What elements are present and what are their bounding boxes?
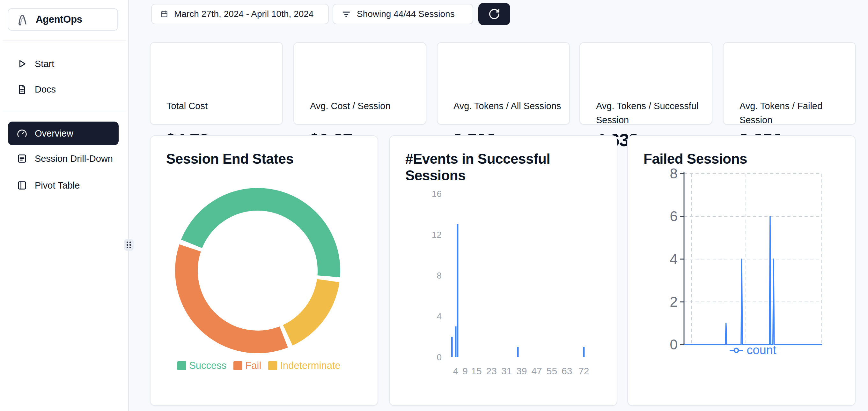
svg-text:6: 6 bbox=[670, 208, 678, 224]
stat-label: Total Cost bbox=[166, 99, 208, 113]
legend-label: Fail bbox=[245, 360, 261, 372]
gauge-icon bbox=[17, 128, 28, 139]
stat-card-total-cost: Total Cost $4.79 bbox=[150, 42, 283, 125]
sidebar-divider bbox=[3, 40, 126, 41]
date-range-label: March 27th, 2024 - April 10th, 2024 bbox=[174, 9, 313, 19]
svg-text:55: 55 bbox=[547, 366, 557, 376]
svg-text:0: 0 bbox=[437, 352, 442, 362]
svg-text:8: 8 bbox=[670, 166, 678, 181]
sidebar-item-label: Pivot Table bbox=[35, 180, 80, 191]
svg-text:15: 15 bbox=[471, 366, 482, 376]
sidebar-resize-handle[interactable] bbox=[124, 239, 134, 251]
stat-label: Avg. Tokens / Failed Session bbox=[740, 99, 851, 127]
refresh-button[interactable] bbox=[478, 3, 510, 25]
sidebar-item-label: Overview bbox=[35, 128, 73, 139]
svg-text:2: 2 bbox=[670, 294, 678, 310]
svg-text:4: 4 bbox=[453, 366, 459, 376]
play-icon bbox=[17, 58, 28, 69]
sidebar-item-session-drill-down[interactable]: Session Drill-Down bbox=[8, 148, 119, 169]
paperclip-logo-icon bbox=[16, 14, 31, 25]
svg-text:63: 63 bbox=[562, 366, 572, 376]
svg-text:31: 31 bbox=[501, 366, 512, 376]
svg-text:72: 72 bbox=[579, 366, 589, 376]
legend-item-indeterminate[interactable]: Indeterminate bbox=[268, 360, 341, 372]
calendar-icon bbox=[160, 9, 168, 20]
failed-sessions-card: Failed Sessions 02468 count bbox=[627, 135, 856, 406]
sessions-filter-label: Showing 44/44 Sessions bbox=[357, 9, 455, 19]
line-chart[interactable]: 02468 bbox=[628, 136, 856, 407]
legend-label: Indeterminate bbox=[280, 360, 341, 372]
refresh-icon bbox=[488, 9, 500, 20]
legend-line-marker-icon bbox=[730, 347, 743, 354]
stat-card-avg-tokens-all: Avg. Tokens / All Sessions 3,598 bbox=[437, 42, 570, 125]
svg-text:47: 47 bbox=[531, 366, 542, 376]
sessions-filter-button[interactable]: Showing 44/44 Sessions bbox=[333, 4, 473, 24]
stat-label: Avg. Tokens / Successful Session bbox=[596, 99, 708, 127]
stat-card-avg-tokens-successful: Avg. Tokens / Successful Session 4,638 bbox=[580, 42, 712, 125]
brand-name: AgentOps bbox=[36, 14, 82, 25]
sidebar-item-label: Start bbox=[35, 59, 54, 69]
sidebar-item-overview[interactable]: Overview bbox=[8, 122, 119, 145]
sidebar: AgentOps Start Docs Overview bbox=[0, 0, 129, 411]
legend-swatch bbox=[268, 361, 277, 370]
sidebar-item-docs[interactable]: Docs bbox=[8, 79, 119, 99]
list-box-icon bbox=[17, 153, 28, 164]
sidebar-item-start[interactable]: Start bbox=[8, 54, 119, 74]
svg-text:4: 4 bbox=[437, 312, 442, 321]
stat-label: Avg. Cost / Session bbox=[310, 99, 391, 113]
line-chart-legend[interactable]: count bbox=[684, 343, 822, 357]
svg-text:12: 12 bbox=[432, 230, 442, 240]
filter-lines-icon bbox=[342, 9, 351, 20]
legend-item-fail[interactable]: Fail bbox=[234, 360, 261, 372]
events-successful-sessions-card: #Events in Successful Sessions 048121649… bbox=[389, 135, 617, 406]
agentops-dashboard: AgentOps Start Docs Overview bbox=[0, 0, 868, 411]
sidebar-divider bbox=[3, 111, 126, 111]
document-icon bbox=[17, 84, 28, 95]
svg-text:9: 9 bbox=[462, 366, 468, 376]
legend-swatch bbox=[177, 361, 186, 370]
svg-text:16: 16 bbox=[432, 189, 442, 199]
svg-text:8: 8 bbox=[437, 271, 442, 281]
sidebar-item-label: Session Drill-Down bbox=[35, 153, 113, 164]
stat-label: Avg. Tokens / All Sessions bbox=[454, 99, 561, 113]
sidebar-item-label: Docs bbox=[35, 84, 56, 95]
sidebar-item-pivot-table[interactable]: Pivot Table bbox=[8, 175, 119, 196]
donut-legend: Success Fail Indeterminate bbox=[151, 360, 367, 372]
brand-logo[interactable]: AgentOps bbox=[8, 8, 118, 31]
legend-series-label: count bbox=[747, 343, 776, 357]
stat-card-avg-tokens-failed: Avg. Tokens / Failed Session 3,856 bbox=[723, 42, 856, 125]
session-end-states-card: Session End States Success Fail Indeterm… bbox=[150, 135, 378, 406]
stat-card-avg-cost: Avg. Cost / Session $0.27 bbox=[293, 42, 426, 125]
bar-chart[interactable]: 0481216491523313947556372 bbox=[390, 136, 618, 407]
legend-swatch bbox=[234, 361, 242, 370]
legend-label: Success bbox=[189, 360, 226, 372]
svg-text:39: 39 bbox=[516, 366, 527, 376]
panel-left-icon bbox=[17, 180, 28, 191]
legend-item-success[interactable]: Success bbox=[177, 360, 226, 372]
svg-text:23: 23 bbox=[486, 366, 497, 376]
svg-text:0: 0 bbox=[670, 336, 678, 352]
date-range-button[interactable]: March 27th, 2024 - April 10th, 2024 bbox=[151, 4, 329, 24]
svg-text:4: 4 bbox=[670, 251, 678, 267]
